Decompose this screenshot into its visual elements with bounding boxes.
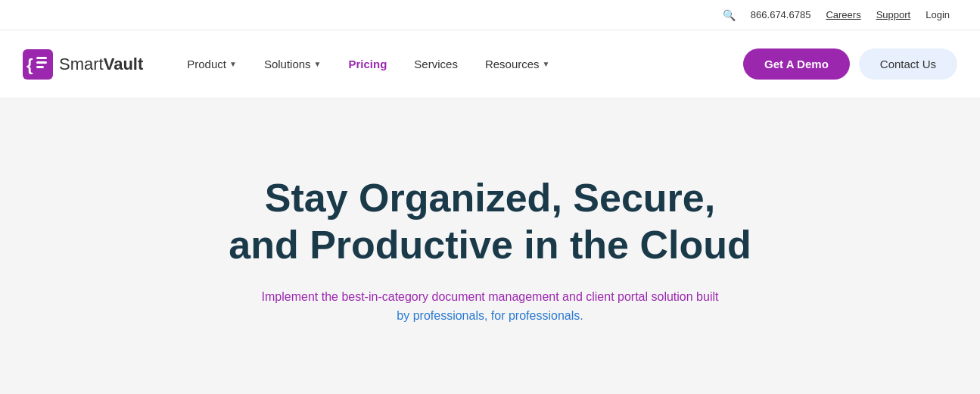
svg-rect-2	[36, 57, 47, 59]
chevron-down-icon: ▼	[543, 60, 550, 68]
logo-text: SmartVault	[59, 55, 143, 74]
svg-text:{: {	[26, 55, 33, 74]
nav-item-product[interactable]: Product ▼	[173, 30, 250, 98]
get-demo-button[interactable]: Get A Demo	[743, 48, 850, 80]
login-link[interactable]: Login	[926, 9, 950, 20]
chevron-down-icon: ▼	[314, 60, 322, 68]
hero-title: Stay Organized, Secure, and Productive i…	[226, 174, 755, 269]
contact-us-button[interactable]: Contact Us	[859, 48, 957, 80]
logo[interactable]: { SmartVault	[23, 49, 143, 80]
chevron-down-icon: ▼	[229, 60, 237, 68]
navbar: { SmartVault Product ▼ Solutions ▼ Prici…	[0, 30, 980, 98]
search-icon[interactable]: 🔍	[723, 9, 736, 21]
top-bar: 🔍 866.674.6785 Careers Support Login	[0, 0, 980, 30]
hero-section: Stay Organized, Secure, and Productive i…	[0, 98, 980, 394]
nav-item-solutions[interactable]: Solutions ▼	[250, 30, 335, 98]
nav-item-services[interactable]: Services	[400, 30, 471, 98]
hero-subtitle-highlight-blue: by professionals, for professionals.	[397, 309, 583, 322]
support-link[interactable]: Support	[876, 9, 911, 20]
nav-item-resources[interactable]: Resources ▼	[471, 30, 564, 98]
svg-rect-4	[36, 66, 44, 68]
phone-number: 866.674.6785	[751, 9, 811, 20]
nav-actions: Get A Demo Contact Us	[743, 48, 957, 80]
hero-subtitle-highlight-purple: Implement the best-in-category document …	[262, 290, 719, 303]
nav-item-pricing[interactable]: Pricing	[335, 30, 401, 98]
svg-rect-3	[36, 61, 47, 64]
hero-subtitle: Implement the best-in-category document …	[256, 287, 725, 326]
nav-links: Product ▼ Solutions ▼ Pricing Services R…	[173, 30, 743, 98]
careers-link[interactable]: Careers	[826, 9, 860, 20]
logo-icon: {	[23, 49, 53, 80]
